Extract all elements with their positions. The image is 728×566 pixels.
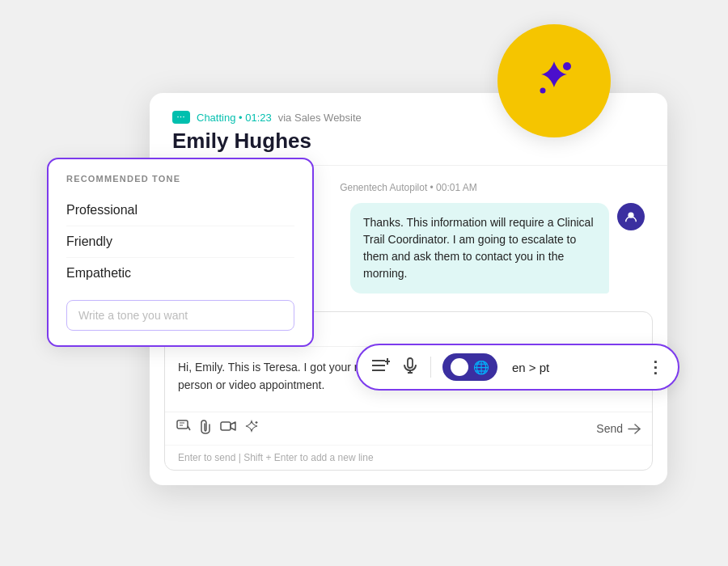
compose-hint: Enter to send | Shift + Enter to add a n… [165, 445, 652, 470]
send-button[interactable]: Send [596, 422, 641, 435]
attachment-icon[interactable] [199, 419, 212, 438]
svg-rect-9 [177, 420, 188, 429]
chat-via: via Sales Website [278, 112, 362, 124]
tone-panel-title: RECOMMENDED TONE [66, 174, 294, 184]
comment-icon[interactable] [176, 420, 191, 437]
tone-panel: RECOMMENDED TONE Professional Friendly E… [47, 158, 314, 347]
sparkle-icon[interactable] [244, 420, 259, 438]
svg-point-1 [540, 88, 546, 94]
svg-point-0 [563, 62, 571, 70]
lang-globe-icon: 🌐 [473, 360, 489, 375]
tone-option-friendly[interactable]: Friendly [66, 226, 294, 258]
message-bubble: Thanks. This information will require a … [350, 203, 609, 294]
more-icon[interactable]: ⋮ [647, 357, 663, 377]
translation-bar: 🌐 en > pt ⋮ [356, 344, 679, 391]
chat-icon: ··· [172, 111, 190, 124]
chat-status: Chatting • 01:23 [197, 112, 272, 124]
voice-trans-icon[interactable] [401, 357, 419, 378]
add-list-trans-icon[interactable] [372, 358, 390, 377]
tone-custom-input[interactable] [66, 300, 294, 331]
lang-toggle[interactable]: 🌐 [442, 353, 497, 381]
divider [430, 357, 431, 378]
send-label: Send [596, 422, 623, 435]
tone-option-professional[interactable]: Professional [66, 195, 294, 226]
ai-badge [497, 24, 611, 137]
tone-option-empathetic[interactable]: Empathetic [66, 258, 294, 289]
video-icon[interactable] [220, 420, 236, 437]
lang-text: en > pt [512, 361, 549, 374]
bot-avatar [617, 203, 645, 230]
toggle-dot [451, 358, 468, 376]
svg-rect-13 [221, 422, 231, 430]
compose-bottom-toolbar: Send [165, 412, 652, 445]
